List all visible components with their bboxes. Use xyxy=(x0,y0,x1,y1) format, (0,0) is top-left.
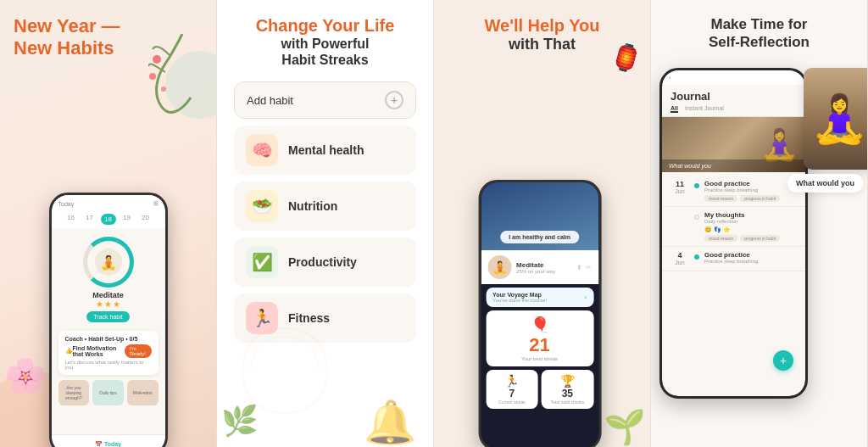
entry-content-2: My thoughts Daily reflection 😊 👣 ⭐ mood … xyxy=(704,211,797,242)
mental-health-icon: 🧠 xyxy=(246,134,278,166)
entry-title-2: My thoughts xyxy=(704,211,797,219)
current-streak-label: Current streak xyxy=(490,400,534,405)
journal-entry-1[interactable]: 11 Jun Good practice Practice deep breat… xyxy=(662,176,805,207)
panel-change-life: Change Your Life with Powerful Habit Str… xyxy=(217,0,434,447)
add-habit-plus-icon[interactable]: + xyxy=(385,91,403,109)
entry-tags-1: mood reason progress in habit xyxy=(704,195,797,202)
add-habit-label: Add habit xyxy=(247,94,293,107)
habit-list: 🧠 Mental health 🥗 Nutrition ✅ Productivi… xyxy=(234,126,416,343)
habit-item-nutrition[interactable]: 🥗 Nutrition xyxy=(234,182,416,231)
p3-habit-sub: 25% on your way xyxy=(516,269,555,274)
best-streak-card: 🎈 21 Your best streak xyxy=(486,310,593,366)
voyage-card: Your Voyage Map You've done the course! … xyxy=(486,288,593,307)
total-checks-label: Total habit checks xyxy=(546,400,590,405)
discuss-text: Let's discuss what really matters to you xyxy=(65,360,152,370)
panel2-headline-sub: with Powerful Habit Streaks xyxy=(231,36,420,68)
tag-progress-1: progress in habit xyxy=(740,195,780,202)
habit-item-mental[interactable]: 🧠 Mental health xyxy=(234,126,416,175)
habit-item-productivity[interactable]: ✅ Productivity xyxy=(234,237,416,287)
entry-tags-2b: mood reason progress in habit xyxy=(704,235,797,242)
what-bubble: What would you xyxy=(787,174,863,193)
current-streak-card: 🏃 7 Current streak xyxy=(486,370,538,409)
p4-top-bar: ‹ xyxy=(662,70,805,85)
nutrition-label: Nutrition xyxy=(288,199,337,213)
p4-tabs: All Instant Journal xyxy=(662,105,805,117)
current-streak-num: 7 xyxy=(490,388,534,400)
panel4-headline: Make Time for Self-Reflection xyxy=(651,0,867,60)
svg-point-0 xyxy=(153,55,161,64)
flower-decoration: 🌸 xyxy=(4,356,47,396)
bottom-cards: Are you sleeping enough? Daily tips Moti… xyxy=(58,380,159,405)
card-2: Daily tips xyxy=(92,380,124,405)
tag-mood-1: mood reason xyxy=(704,195,737,202)
card-3: Motivation xyxy=(127,380,159,405)
tab-instant-journal[interactable]: Instant Journal xyxy=(685,105,724,113)
coach-title: Coach • Habit Set-Up • 0/5 xyxy=(65,336,152,342)
entry-dot-1 xyxy=(694,183,699,188)
p3-hero-image: I am healthy and calm xyxy=(481,182,598,250)
entry-tags-2: 😊 👣 ⭐ xyxy=(704,226,797,233)
entry-date-1: 11 Jun xyxy=(670,180,689,202)
bottom-nav: 📅 Today xyxy=(52,434,165,447)
productivity-label: Productivity xyxy=(288,255,357,269)
coach-card: Coach • Habit Set-Up • 0/5 👍 Find Motiva… xyxy=(58,331,159,375)
emoji-icons: 😊 👣 ⭐ xyxy=(704,226,731,233)
panel-well-help: We'll Help You with That 🏮 I am healthy … xyxy=(434,0,651,447)
entry-title-1: Good practice xyxy=(704,180,797,187)
journal-entry-2[interactable]: My thoughts Daily reflection 😊 👣 ⭐ mood … xyxy=(662,207,805,247)
track-habit-button[interactable]: Track habit xyxy=(86,311,129,322)
journal-list: 11 Jun Good practice Practice deep breat… xyxy=(662,172,805,275)
journal-title: Journal xyxy=(662,85,805,105)
entry-sub-3: Practice deep breathing xyxy=(704,259,797,264)
nutrition-icon: 🥗 xyxy=(246,190,278,222)
branch-decoration xyxy=(148,34,216,119)
add-habit-bar[interactable]: Add habit + xyxy=(234,81,416,119)
find-motivation-text: Find Motivation that Works xyxy=(73,345,125,357)
journal-entry-3[interactable]: 4 Jun Good practice Practice deep breath… xyxy=(662,247,805,271)
hero-photo: 🧘‍♀ What would you xyxy=(662,117,805,172)
phone-screen-4: ‹ Journal All Instant Journal 🧘‍♀ What w… xyxy=(662,70,805,396)
entry-sub-1: Practice deep breathing xyxy=(704,187,797,193)
tag-progress-2: progress in habit xyxy=(740,235,780,242)
bells-decoration: 🔔 xyxy=(364,398,416,447)
calm-badge: I am healthy and calm xyxy=(500,231,579,243)
panel2-headline-line1: Change Your Life xyxy=(256,16,395,35)
entry-dot-2 xyxy=(694,215,699,220)
total-checks-card: 🏆 35 Total habit checks xyxy=(542,370,594,409)
p1-top-bar: Today ⊞ xyxy=(52,195,165,210)
tab-all[interactable]: All xyxy=(670,105,678,113)
avatar: 🧘 xyxy=(95,249,122,276)
p1-dates: 16 17 18 19 20 xyxy=(52,210,165,228)
mental-health-label: Mental health xyxy=(288,143,364,157)
habit-name: Meditate xyxy=(92,291,124,299)
person-background: 🧘‍♀️ xyxy=(804,68,868,170)
best-streak-num: 21 xyxy=(492,336,587,355)
phone-screen-1: Today ⊞ 16 17 18 19 20 🧘 Meditate ★★★ Tr… xyxy=(52,195,165,447)
entry-content-1: Good practice Practice deep breathing mo… xyxy=(704,180,797,202)
ready-button[interactable]: I'm Ready! xyxy=(125,344,152,358)
phone-screen-3: I am healthy and calm 🧘 Meditate 25% on … xyxy=(481,182,598,447)
productivity-icon: ✅ xyxy=(246,246,278,278)
p1-circle-area: 🧘 Meditate ★★★ Track habit xyxy=(52,228,165,326)
voyage-title: Your Voyage Map xyxy=(492,292,547,298)
tag-mood-2: mood reason xyxy=(704,235,737,242)
total-checks-num: 35 xyxy=(546,388,590,400)
back-icon[interactable]: ‹ xyxy=(669,74,671,81)
plant-decoration: 🌿 xyxy=(221,404,259,439)
svg-point-2 xyxy=(161,87,166,92)
plant-deco-3: 🌱 xyxy=(604,407,646,447)
voyage-sub: You've done the course! xyxy=(492,298,547,303)
panel2-headline: Change Your Life with Powerful Habit Str… xyxy=(217,0,433,75)
svg-point-1 xyxy=(149,73,156,80)
find-row: 👍 Find Motivation that Works I'm Ready! xyxy=(65,344,152,358)
hero-overlay-text: What would you xyxy=(662,159,805,172)
best-streak-label: Your best streak xyxy=(492,356,587,361)
entry-sub-2: Daily reflection xyxy=(704,219,797,224)
panel-self-reflection: Make Time for Self-Reflection ‹ Journal … xyxy=(651,0,868,447)
bottom-stats: 🏃 7 Current streak 🏆 35 Total habit chec… xyxy=(486,370,593,409)
panel-new-year: New Year — New Habits 🌸 Today ⊞ 16 17 18… xyxy=(0,0,217,447)
entry-dot-3 xyxy=(694,254,699,260)
phone-mockup-3: I am healthy and calm 🧘 Meditate 25% on … xyxy=(478,180,601,447)
panel3-headline-line1: We'll Help You xyxy=(485,16,600,35)
card-1: Are you sleeping enough? xyxy=(58,380,90,405)
